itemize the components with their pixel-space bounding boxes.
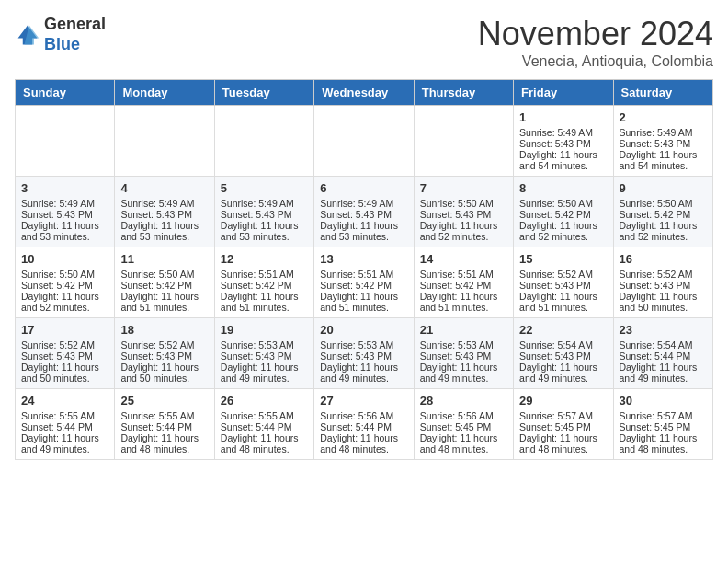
day-number: 11 [120,252,208,266]
calendar-cell: 7Sunrise: 5:50 AMSunset: 5:43 PMDaylight… [414,177,513,247]
sunrise-text: Sunrise: 5:53 AM [420,339,507,350]
calendar-cell: 8Sunrise: 5:50 AMSunset: 5:42 PMDaylight… [514,177,613,247]
daylight-text: Daylight: 11 hours and 53 minutes. [221,220,308,242]
daylight-text: Daylight: 11 hours and 49 minutes. [221,362,308,384]
logo-general-text: General [44,15,106,33]
calendar-cell: 18Sunrise: 5:52 AMSunset: 5:43 PMDayligh… [115,318,214,389]
daylight-text: Daylight: 11 hours and 50 minutes. [620,291,707,313]
calendar-cell: 29Sunrise: 5:57 AMSunset: 5:45 PMDayligh… [514,389,613,460]
day-number: 30 [620,394,707,408]
sunset-text: Sunset: 5:44 PM [120,421,208,432]
day-number: 2 [620,110,707,124]
calendar-cell: 6Sunrise: 5:49 AMSunset: 5:43 PMDaylight… [314,177,414,247]
calendar-cell [214,106,313,177]
calendar-cell [115,106,214,177]
weekday-header: Sunday [16,80,115,106]
day-number: 19 [221,323,308,337]
day-number: 24 [21,394,108,408]
sunrise-text: Sunrise: 5:52 AM [21,339,108,350]
sunrise-text: Sunrise: 5:55 AM [21,410,108,421]
daylight-text: Daylight: 11 hours and 49 minutes. [420,362,507,384]
calendar-cell: 10Sunrise: 5:50 AMSunset: 5:42 PMDayligh… [16,247,115,318]
daylight-text: Daylight: 11 hours and 51 minutes. [420,291,507,313]
day-number: 26 [221,394,308,408]
sunrise-text: Sunrise: 5:50 AM [620,198,707,209]
calendar-cell: 13Sunrise: 5:51 AMSunset: 5:42 PMDayligh… [314,247,414,318]
sunset-text: Sunset: 5:42 PM [221,280,308,291]
sunrise-text: Sunrise: 5:55 AM [221,410,308,421]
sunset-text: Sunset: 5:43 PM [420,350,507,362]
calendar-cell: 27Sunrise: 5:56 AMSunset: 5:44 PMDayligh… [314,389,414,460]
calendar-cell: 11Sunrise: 5:50 AMSunset: 5:42 PMDayligh… [115,247,214,318]
day-number: 9 [620,181,707,195]
calendar-table: SundayMondayTuesdayWednesdayThursdayFrid… [15,79,713,460]
daylight-text: Daylight: 11 hours and 54 minutes. [519,149,607,171]
title-block: November 2024 Venecia, Antioquia, Colomb… [478,15,713,70]
day-number: 7 [420,181,507,195]
sunrise-text: Sunrise: 5:51 AM [420,269,507,280]
day-number: 18 [120,323,208,337]
calendar-cell: 24Sunrise: 5:55 AMSunset: 5:44 PMDayligh… [16,389,115,460]
sunrise-text: Sunrise: 5:56 AM [420,410,507,421]
calendar-week-row: 3Sunrise: 5:49 AMSunset: 5:43 PMDaylight… [16,177,713,247]
calendar-cell: 2Sunrise: 5:49 AMSunset: 5:43 PMDaylight… [613,106,712,177]
sunset-text: Sunset: 5:45 PM [620,421,707,432]
sunset-text: Sunset: 5:43 PM [519,280,607,291]
sunrise-text: Sunrise: 5:56 AM [320,410,407,421]
calendar-week-row: 24Sunrise: 5:55 AMSunset: 5:44 PMDayligh… [16,389,713,460]
weekday-header: Thursday [414,80,513,106]
daylight-text: Daylight: 11 hours and 54 minutes. [620,149,707,171]
calendar-cell: 21Sunrise: 5:53 AMSunset: 5:43 PMDayligh… [414,318,513,389]
daylight-text: Daylight: 11 hours and 52 minutes. [420,220,507,242]
day-number: 12 [221,252,308,266]
calendar-cell: 25Sunrise: 5:55 AMSunset: 5:44 PMDayligh… [115,389,214,460]
daylight-text: Daylight: 11 hours and 48 minutes. [120,432,208,454]
calendar-cell: 16Sunrise: 5:52 AMSunset: 5:43 PMDayligh… [613,247,712,318]
calendar-cell: 23Sunrise: 5:54 AMSunset: 5:44 PMDayligh… [613,318,712,389]
daylight-text: Daylight: 11 hours and 49 minutes. [519,362,607,384]
sunrise-text: Sunrise: 5:49 AM [120,198,208,209]
logo: General Blue [15,15,106,54]
calendar-cell: 20Sunrise: 5:53 AMSunset: 5:43 PMDayligh… [314,318,414,389]
daylight-text: Daylight: 11 hours and 51 minutes. [221,291,308,313]
calendar-cell [16,106,115,177]
day-number: 8 [519,181,607,195]
sunrise-text: Sunrise: 5:50 AM [420,198,507,209]
calendar-cell: 1Sunrise: 5:49 AMSunset: 5:43 PMDaylight… [514,106,613,177]
sunset-text: Sunset: 5:42 PM [620,209,707,220]
daylight-text: Daylight: 11 hours and 52 minutes. [21,291,108,313]
sunset-text: Sunset: 5:42 PM [519,209,607,220]
daylight-text: Daylight: 11 hours and 50 minutes. [21,362,108,384]
daylight-text: Daylight: 11 hours and 53 minutes. [320,220,407,242]
sunset-text: Sunset: 5:43 PM [221,209,308,220]
sunrise-text: Sunrise: 5:49 AM [21,198,108,209]
sunset-text: Sunset: 5:44 PM [21,421,108,432]
sunrise-text: Sunrise: 5:52 AM [519,269,607,280]
calendar-cell: 4Sunrise: 5:49 AMSunset: 5:43 PMDaylight… [115,177,214,247]
sunrise-text: Sunrise: 5:49 AM [221,198,308,209]
daylight-text: Daylight: 11 hours and 48 minutes. [519,432,607,454]
daylight-text: Daylight: 11 hours and 53 minutes. [21,220,108,242]
daylight-text: Daylight: 11 hours and 49 minutes. [320,362,407,384]
calendar-week-row: 10Sunrise: 5:50 AMSunset: 5:42 PMDayligh… [16,247,713,318]
sunset-text: Sunset: 5:43 PM [320,209,407,220]
sunrise-text: Sunrise: 5:54 AM [620,339,707,350]
day-number: 27 [320,394,407,408]
sunrise-text: Sunrise: 5:54 AM [519,339,607,350]
sunrise-text: Sunrise: 5:55 AM [120,410,208,421]
daylight-text: Daylight: 11 hours and 49 minutes. [620,362,707,384]
day-number: 10 [21,252,108,266]
sunset-text: Sunset: 5:44 PM [620,350,707,362]
daylight-text: Daylight: 11 hours and 50 minutes. [120,362,208,384]
calendar-cell: 19Sunrise: 5:53 AMSunset: 5:43 PMDayligh… [214,318,313,389]
day-number: 16 [620,252,707,266]
sunrise-text: Sunrise: 5:50 AM [519,198,607,209]
daylight-text: Daylight: 11 hours and 52 minutes. [620,220,707,242]
daylight-text: Daylight: 11 hours and 51 minutes. [519,291,607,313]
weekday-header: Saturday [613,80,712,106]
sunset-text: Sunset: 5:45 PM [519,421,607,432]
page-header: General Blue November 2024 Venecia, Anti… [15,15,713,70]
calendar-week-row: 17Sunrise: 5:52 AMSunset: 5:43 PMDayligh… [16,318,713,389]
day-number: 29 [519,394,607,408]
sunset-text: Sunset: 5:42 PM [420,280,507,291]
